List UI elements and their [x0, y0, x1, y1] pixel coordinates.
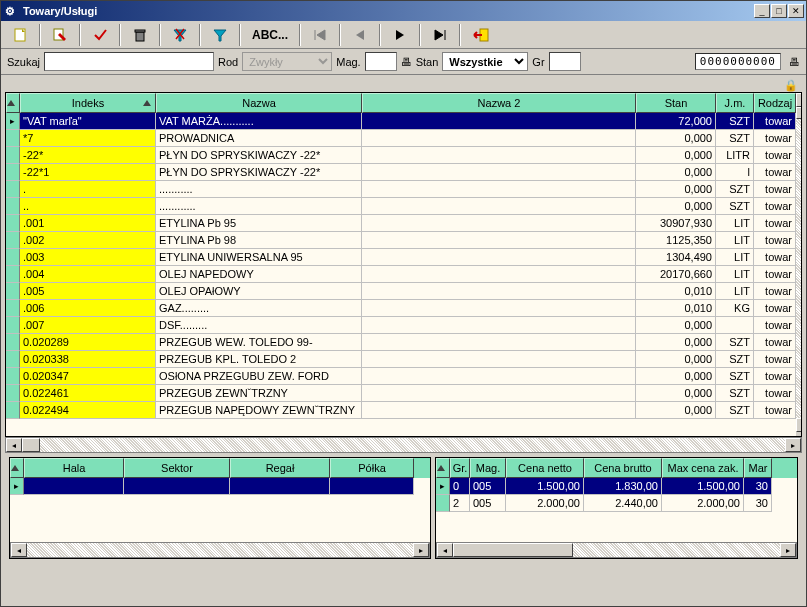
row-header[interactable]: [6, 402, 20, 419]
row-header[interactable]: [6, 300, 20, 317]
row-header[interactable]: [6, 113, 20, 130]
row-header[interactable]: [6, 368, 20, 385]
price-row[interactable]: 00051.500,001.830,001.500,0030: [436, 478, 797, 495]
print-icon[interactable]: 🖶: [789, 56, 800, 68]
price-header-netto[interactable]: Cena netto: [506, 458, 584, 478]
cell-nazwa: ETYLINA Pb 95: [156, 215, 362, 232]
col-header-nazwa[interactable]: Nazwa: [156, 93, 362, 113]
location-grid-body[interactable]: [10, 478, 430, 542]
row-header[interactable]: [6, 164, 20, 181]
loc-selector-header[interactable]: [10, 458, 24, 478]
new-button[interactable]: [7, 23, 33, 47]
row-header[interactable]: [6, 181, 20, 198]
price-selector-header[interactable]: [436, 458, 450, 478]
delete-button[interactable]: [127, 23, 153, 47]
abc-button[interactable]: ABC...: [247, 23, 293, 47]
loc-row[interactable]: [10, 478, 430, 495]
row-header[interactable]: [6, 249, 20, 266]
table-row[interactable]: .007DSF.........0,000towar: [6, 317, 796, 334]
table-row[interactable]: -22*1PŁYN DO SPRYSKIWACZY -22*0,000ltowa…: [6, 164, 796, 181]
mag-input[interactable]: [365, 52, 397, 71]
col-header-indeks[interactable]: Indeks: [20, 93, 156, 113]
row-header[interactable]: [10, 478, 24, 495]
exit-button[interactable]: [467, 23, 495, 47]
loc-header-polka[interactable]: Półka: [330, 458, 414, 478]
cell-jm: KG: [716, 300, 754, 317]
col-header-nazwa2[interactable]: Nazwa 2: [362, 93, 636, 113]
row-header[interactable]: [6, 385, 20, 402]
price-hscrollbar[interactable]: ◂▸: [436, 542, 797, 558]
stan-select[interactable]: Wszystkie: [442, 52, 528, 71]
next-button[interactable]: [387, 23, 413, 47]
table-row[interactable]: ............0,000SZTtowar: [6, 181, 796, 198]
rod-label: Rod: [218, 56, 238, 68]
table-row[interactable]: "VAT marľa"VAT MARŻA...........72,000SZT…: [6, 113, 796, 130]
row-header[interactable]: [6, 147, 20, 164]
maximize-button[interactable]: □: [771, 4, 787, 18]
table-row[interactable]: -22*PŁYN DO SPRYSKIWACZY -22*0,000LITRto…: [6, 147, 796, 164]
row-header[interactable]: [6, 283, 20, 300]
col-header-jm[interactable]: J.m.: [716, 93, 754, 113]
table-row[interactable]: ..............0,000SZTtowar: [6, 198, 796, 215]
price-row[interactable]: 20052.000,002.440,002.000,0030: [436, 495, 797, 512]
price-header-gr[interactable]: Gr.: [450, 458, 470, 478]
confirm-button[interactable]: [87, 23, 113, 47]
minimize-button[interactable]: _: [754, 4, 770, 18]
gr-input[interactable]: [549, 52, 581, 71]
main-grid-body[interactable]: "VAT marľa"VAT MARŻA...........72,000SZT…: [6, 113, 796, 436]
vscrollbar[interactable]: ▴ ▾: [796, 93, 801, 436]
table-row[interactable]: 0.020338PRZEGUB KPL. TOLEDO 20,000SZTtow…: [6, 351, 796, 368]
cell-stan: 0,000: [636, 147, 716, 164]
cell-nazwa2: [362, 130, 636, 147]
filter-off-button[interactable]: [167, 23, 193, 47]
close-button[interactable]: ✕: [788, 4, 804, 18]
mag-lookup-icon[interactable]: 🖶: [401, 56, 412, 68]
main-grid-header: IndeksNazwaNazwa 2StanJ.m.Rodzaj: [6, 93, 796, 113]
hscrollbar[interactable]: ◂ ▸: [5, 437, 802, 453]
filter-button[interactable]: [207, 23, 233, 47]
loc-header-hala[interactable]: Hala: [24, 458, 124, 478]
table-row[interactable]: .001ETYLINA Pb 9530907,930LITtowar: [6, 215, 796, 232]
lock-icon[interactable]: 🔒: [784, 79, 798, 92]
row-selector-header[interactable]: [6, 93, 20, 113]
table-row[interactable]: 0.022461PRZEGUB ZEWNˇTRZNY0,000SZTtowar: [6, 385, 796, 402]
row-header[interactable]: [6, 130, 20, 147]
row-header[interactable]: [6, 232, 20, 249]
cell-marz: 30: [744, 478, 772, 495]
prev-button[interactable]: [347, 23, 373, 47]
col-header-stan[interactable]: Stan: [636, 93, 716, 113]
loc-header-regal[interactable]: Regał: [230, 458, 330, 478]
table-row[interactable]: .003ETYLINA UNIWERSALNA 951304,490LITtow…: [6, 249, 796, 266]
loc-hscrollbar[interactable]: ◂▸: [10, 542, 430, 558]
row-header[interactable]: [6, 198, 20, 215]
row-header[interactable]: [6, 334, 20, 351]
cell-indeks: 0.022461: [20, 385, 156, 402]
row-header[interactable]: [436, 495, 450, 512]
row-header[interactable]: [6, 215, 20, 232]
cell-nazwa2: [362, 385, 636, 402]
table-row[interactable]: 0.022494PRZEGUB NAPĘDOWY ZEWNˇTRZNY0,000…: [6, 402, 796, 419]
row-header[interactable]: [6, 317, 20, 334]
table-row[interactable]: .006GAZ.........0,010KGtowar: [6, 300, 796, 317]
szukaj-input[interactable]: [44, 52, 214, 71]
table-row[interactable]: .004OLEJ NAPEDOWY20170,660LITtowar: [6, 266, 796, 283]
last-button[interactable]: [427, 23, 453, 47]
first-button[interactable]: [307, 23, 333, 47]
edit-button[interactable]: [47, 23, 73, 47]
row-header[interactable]: [6, 266, 20, 283]
row-header[interactable]: [6, 351, 20, 368]
col-header-rodzaj[interactable]: Rodzaj: [754, 93, 796, 113]
price-header-marz[interactable]: Mar: [744, 458, 772, 478]
price-header-max[interactable]: Max cena zak.: [662, 458, 744, 478]
cell-nazwa2: [362, 164, 636, 181]
table-row[interactable]: 0.020289PRZEGUB WEW. TOLEDO 99-0,000SZTt…: [6, 334, 796, 351]
price-header-brutto[interactable]: Cena brutto: [584, 458, 662, 478]
price-header-mag[interactable]: Mag.: [470, 458, 506, 478]
table-row[interactable]: 0.020347OSłONA PRZEGUBU ZEW. FORD0,000SZ…: [6, 368, 796, 385]
table-row[interactable]: *7PROWADNICA0,000SZTtowar: [6, 130, 796, 147]
loc-header-sektor[interactable]: Sektor: [124, 458, 230, 478]
table-row[interactable]: .005OLEJ OPAłOWY0,010LITtowar: [6, 283, 796, 300]
price-grid-body[interactable]: 00051.500,001.830,001.500,003020052.000,…: [436, 478, 797, 542]
table-row[interactable]: .002ETYLINA Pb 981125,350LITtowar: [6, 232, 796, 249]
row-header[interactable]: [436, 478, 450, 495]
